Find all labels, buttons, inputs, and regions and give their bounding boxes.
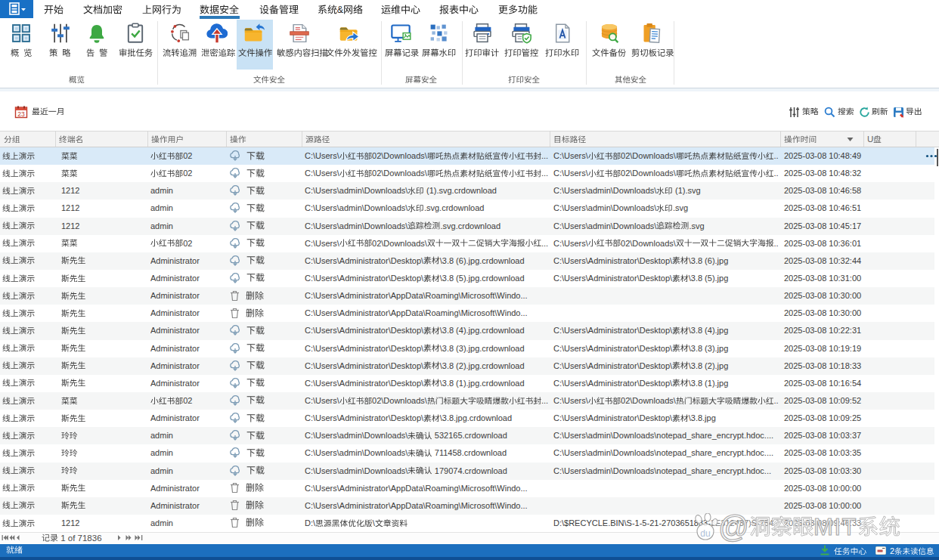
svg-text:23: 23 [17,110,25,118]
svg-text:du: du [700,528,710,539]
